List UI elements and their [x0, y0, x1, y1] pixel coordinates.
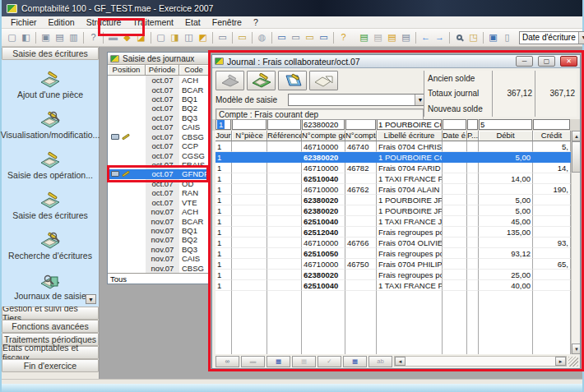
journal-list-row[interactable]: nov.07ACH	[108, 207, 209, 216]
grid-column-header[interactable]: Date é...	[443, 131, 467, 141]
journal-list-row[interactable]: nov.07CAIS	[108, 254, 209, 263]
column-header-code[interactable]: Code	[179, 65, 209, 76]
journal-list-row[interactable]: oct.07BQ3	[108, 113, 209, 122]
menu-item-etat[interactable]: Etat	[179, 16, 206, 28]
grid-abc-button[interactable]: ab	[368, 356, 392, 367]
journal-list-row[interactable]: oct.07GFNDF	[108, 169, 209, 178]
lock-icon[interactable]: ◍	[255, 30, 269, 44]
menu-item-?[interactable]: ?	[248, 16, 264, 28]
scrollbar-thumb[interactable]	[572, 141, 580, 173]
scroll-left-icon[interactable]: ◄	[395, 357, 406, 366]
grid-column-header[interactable]: N°pièce	[232, 131, 267, 141]
grid-column-header[interactable]: N°compte gé...	[302, 131, 345, 141]
paste-icon[interactable]: ▥	[67, 30, 81, 44]
grid-column-header[interactable]: Référence	[267, 131, 302, 141]
journal-disabled-button[interactable]	[216, 71, 244, 90]
journal-list-row[interactable]: oct.07CAIS	[108, 122, 209, 131]
journal-list-row[interactable]: oct.07OD	[108, 179, 209, 188]
grid-column-header[interactable]: Crédit	[533, 131, 571, 141]
journal-list-row[interactable]: oct.07VTE	[108, 197, 209, 206]
write-disabled-button[interactable]: ▬	[241, 356, 265, 367]
journals-window-titlebar[interactable]: Saisie des journaux	[108, 53, 209, 65]
edit-field-4[interactable]	[345, 119, 376, 130]
print-screen-icon[interactable]: ▭	[317, 30, 331, 44]
journal-list-row[interactable]: nov.07BCAR	[108, 216, 209, 225]
journal-model-button[interactable]	[278, 71, 307, 90]
sidebar-item-saisie-des-critures[interactable]: Saisie des écritures	[2, 186, 99, 226]
column-header-position[interactable]: Position	[108, 65, 146, 76]
table-row[interactable]: 1623800201 POURBOIRE JF...5,00	[216, 195, 571, 205]
table-row[interactable]: 14671000046762Frais 0704 ALAIN ...190,	[216, 184, 571, 195]
table-row[interactable]: 1623800201 POURBOIRE CC...5,00	[216, 152, 571, 163]
grid-blue-button[interactable]: ▦	[343, 356, 367, 367]
print-add-icon[interactable]: ▭	[275, 30, 289, 44]
grid-column-header[interactable]: N°compte...	[345, 131, 377, 141]
journal-entry-button[interactable]	[247, 71, 276, 90]
sidebar-item-journaux-de-saisie[interactable]: Journaux de saisie	[2, 266, 99, 307]
table-row[interactable]: 14671000046740Frais 0704 CHRIST...5,	[216, 141, 571, 152]
grid-column-header[interactable]: Débit	[479, 131, 533, 141]
sidebar-section-fin-d-exercice[interactable]: Fin d'exercice	[2, 359, 99, 372]
sidebar-item-ajout-d-une-pi-ce[interactable]: Ajout d'une pièce	[2, 65, 99, 105]
journal-list-row[interactable]: oct.07CGSG	[108, 150, 209, 159]
resize-grip[interactable]	[568, 357, 578, 367]
column-header-période[interactable]: Période	[146, 65, 179, 76]
grid-check-button[interactable]: ✓	[317, 356, 341, 367]
sidebar-item-saisie-des-op-ration[interactable]: Saisie des opération...	[2, 145, 99, 186]
journals-filter-footer[interactable]: Tous	[108, 273, 209, 284]
link-pencil-button[interactable]: ∞	[216, 356, 239, 367]
edit-field-3[interactable]: 62380020	[302, 119, 345, 130]
edit-field-8[interactable]: 5	[479, 119, 532, 130]
menu-item-structure[interactable]: Structure	[81, 16, 127, 28]
exit-icon[interactable]: ◳	[466, 30, 480, 44]
search-grid-button[interactable]: ▦	[267, 356, 290, 367]
journal-list-row[interactable]: oct.07BQ1	[108, 95, 209, 104]
date-filter-combo[interactable]: Date d'écriture ▼	[519, 31, 584, 44]
menu-item-traitement[interactable]: Traitement	[127, 16, 179, 28]
briefcase-icon[interactable]: ◨	[168, 30, 182, 44]
edit-field-7[interactable]	[467, 119, 478, 130]
calculator-icon[interactable]: ▯	[500, 30, 514, 44]
grid-column-header[interactable]: Jour	[216, 131, 232, 141]
copy-icon[interactable]: ▤	[53, 30, 67, 44]
cut-icon[interactable]: ▣	[39, 30, 53, 44]
edit-field-0[interactable]: 1	[216, 119, 231, 130]
sidebar-header[interactable]: Saisie des écritures	[2, 47, 99, 60]
journal-list-row[interactable]: oct.07CBSG	[108, 132, 209, 141]
menu-item-fichier[interactable]: Fichier	[5, 16, 43, 28]
close-document-icon[interactable]: ◧	[19, 30, 33, 44]
edit-field-5[interactable]: 1 POURBOIRE CCG (	[377, 119, 442, 130]
print-user-icon[interactable]: ◫	[182, 30, 196, 44]
table-row[interactable]: 162512040Frais regroupes pou...135,00	[216, 227, 571, 238]
edit-field-2[interactable]	[267, 119, 301, 130]
note-add-icon[interactable]: ▤	[357, 30, 371, 44]
table-row[interactable]: 162510050Frais regroupes pou...93,12	[216, 248, 571, 259]
menu-item-fentre[interactable]: Fenêtre	[206, 16, 248, 28]
link-icon[interactable]: ▬	[106, 30, 120, 44]
search-icon[interactable]	[452, 30, 466, 44]
grid-column-header[interactable]: P...	[467, 131, 479, 141]
table-row[interactable]: 14671000046766Frais 0704 OLIVIE...93,	[216, 238, 571, 248]
journal-list-row[interactable]: oct.07ACH	[108, 76, 209, 85]
model-combo[interactable]: ▼	[288, 94, 426, 106]
edit-field-6[interactable]	[443, 119, 466, 130]
grid-column-header[interactable]: Libellé écriture	[377, 131, 443, 141]
sidebar-item-recherche-d-critures[interactable]: Recherche d'écritures	[2, 226, 99, 266]
note-go-icon[interactable]: ▤	[399, 30, 413, 44]
journal-list-row[interactable]: oct.07BCAR	[108, 85, 209, 94]
journal-list-row[interactable]: oct.07BQ2	[108, 104, 209, 113]
table-row[interactable]: 1625100401 TAXI FRANCE FI...14,00	[216, 173, 571, 184]
sidebar-item-visualisation-modificatio[interactable]: Visualisation/modificatio...	[2, 105, 99, 145]
help-icon[interactable]: ?	[336, 30, 350, 44]
printer-icon[interactable]: ▭	[216, 30, 229, 44]
scroll-down-icon[interactable]: ▼	[572, 344, 580, 354]
table-row[interactable]: 1623800201 POURBOIRE JF...5,00	[216, 205, 571, 216]
print-list-icon[interactable]: ▭	[289, 30, 303, 44]
folder-up-icon[interactable]: ◆	[120, 30, 134, 44]
vertical-scrollbar[interactable]: ▲ ▼	[571, 131, 580, 354]
journal-list-row[interactable]: oct.07FRAIS	[108, 160, 209, 169]
document-icon[interactable]: ▢	[154, 30, 168, 44]
note-disabled-icon[interactable]: ▤	[371, 30, 385, 44]
new-document-icon[interactable]: ▢	[5, 30, 19, 44]
table-row[interactable]: 1625100401 TAXI FRANCE JF...45,00	[216, 216, 571, 227]
